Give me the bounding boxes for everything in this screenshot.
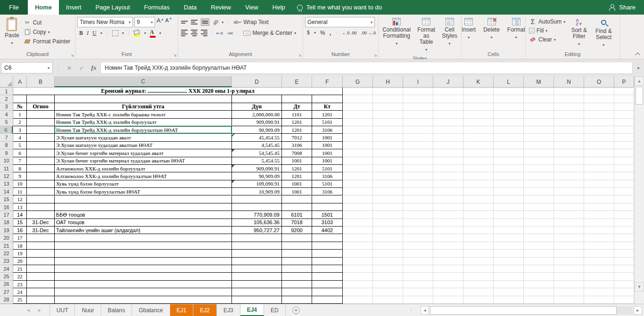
cell-L7[interactable] xyxy=(494,134,524,141)
cell-F16[interactable] xyxy=(312,203,343,211)
cell-J14[interactable] xyxy=(433,188,463,195)
clipboard-dialog-launcher[interactable]: ↘ xyxy=(70,53,74,57)
cell-J10[interactable] xyxy=(433,157,463,165)
cell-K17[interactable] xyxy=(463,211,494,219)
cell-H26[interactable] xyxy=(373,281,403,288)
cell-H25[interactable] xyxy=(373,273,403,280)
ribbon-tab-help[interactable]: Help xyxy=(265,0,292,15)
cell-O21[interactable] xyxy=(584,242,614,250)
cell-M2[interactable] xyxy=(524,95,554,103)
cell-M1[interactable] xyxy=(524,88,554,95)
sort-filter-button[interactable]: AZ▼ Sort & Filter ▾ xyxy=(567,16,591,49)
cell-O12[interactable] xyxy=(584,172,614,180)
top-align-button[interactable] xyxy=(181,20,188,24)
cell-H5[interactable] xyxy=(373,119,403,126)
font-dialog-launcher[interactable]: ↘ xyxy=(173,53,177,57)
ribbon-tab-review[interactable]: Review xyxy=(204,0,238,15)
font-color-dropdown-icon[interactable]: ▾ xyxy=(159,31,161,35)
cell-L3[interactable] xyxy=(494,103,524,111)
cell-B6[interactable] xyxy=(27,126,55,134)
table-header-date[interactable]: Огноо xyxy=(27,103,55,111)
cell-N19[interactable] xyxy=(554,227,584,234)
row-header-15[interactable]: 15 xyxy=(0,195,13,203)
cell-M22[interactable] xyxy=(524,250,554,257)
fill-button[interactable]: ↓Fill▾ xyxy=(528,26,567,35)
cell-N12[interactable] xyxy=(554,172,584,180)
cell-N7[interactable] xyxy=(554,134,584,141)
cell-A9[interactable]: 6 xyxy=(13,149,27,157)
cell-J18[interactable] xyxy=(433,219,463,227)
cell-C23[interactable] xyxy=(55,258,232,265)
cell-H18[interactable] xyxy=(373,219,403,227)
cell-J2[interactable] xyxy=(433,95,463,103)
cell-P28[interactable] xyxy=(614,296,634,304)
cell-P19[interactable] xyxy=(614,227,634,234)
cell-H7[interactable] xyxy=(373,134,403,141)
increase-font-button[interactable]: A▲ xyxy=(157,17,164,27)
cell-A17[interactable]: 14 xyxy=(13,211,27,219)
formula-bar-splitter[interactable]: ⋮ xyxy=(54,65,63,71)
cell-L14[interactable] xyxy=(494,188,524,195)
table-header-credit[interactable]: Кт xyxy=(312,103,343,111)
sheet-tab-ej2[interactable]: EJ2 xyxy=(193,304,217,316)
cell-M23[interactable] xyxy=(524,258,554,265)
cell-N28[interactable] xyxy=(554,296,584,304)
cell-D10[interactable]: 5,454.55 xyxy=(232,157,282,165)
column-header-B[interactable]: B xyxy=(27,76,55,87)
cell-G21[interactable] xyxy=(343,242,373,250)
increase-decimal-button[interactable]: ←.0 .00 xyxy=(342,31,357,35)
cell-F28[interactable] xyxy=(312,296,343,304)
cell-H21[interactable] xyxy=(373,242,403,250)
row-header-20[interactable]: 20 xyxy=(0,234,13,242)
column-header-I[interactable]: I xyxy=(403,76,433,87)
cell-F23[interactable] xyxy=(312,258,343,265)
cell-K18[interactable] xyxy=(463,219,494,227)
cell-A23[interactable]: 20 xyxy=(13,258,27,265)
format-cells-button[interactable]: Format ▾ xyxy=(504,16,528,42)
column-header-F[interactable]: F xyxy=(312,76,343,87)
cell-K2[interactable] xyxy=(463,95,494,103)
cell-O8[interactable] xyxy=(584,142,614,149)
cell-G1[interactable] xyxy=(343,88,373,95)
cell-G24[interactable] xyxy=(343,265,373,273)
merge-center-dropdown-icon[interactable]: ▾ xyxy=(294,31,296,35)
column-header-K[interactable]: K xyxy=(463,76,494,87)
alignment-dialog-launcher[interactable]: ↘ xyxy=(298,53,302,57)
cell-N18[interactable] xyxy=(554,219,584,227)
cell-F13[interactable]: 5101 xyxy=(312,180,343,188)
cell-G17[interactable] xyxy=(343,211,373,219)
align-left-button[interactable] xyxy=(181,29,188,37)
cell-N15[interactable] xyxy=(554,196,584,203)
cell-G16[interactable] xyxy=(343,203,373,211)
cell-N13[interactable] xyxy=(554,180,584,188)
align-right-button[interactable] xyxy=(201,29,207,37)
cell-N8[interactable] xyxy=(554,142,584,149)
merge-center-button[interactable]: ↔Merge & Center▾ xyxy=(242,29,297,37)
cell-O1[interactable] xyxy=(584,88,614,95)
cell-C2[interactable] xyxy=(55,95,232,103)
cell-I14[interactable] xyxy=(403,188,433,195)
row-header-16[interactable]: 16 xyxy=(0,203,13,211)
cell-L10[interactable] xyxy=(494,157,524,165)
cell-B16[interactable] xyxy=(27,203,55,211)
cell-N3[interactable] xyxy=(554,103,584,111)
cell-I18[interactable] xyxy=(403,219,433,227)
cell-L5[interactable] xyxy=(494,119,524,126)
cell-F2[interactable] xyxy=(312,95,343,103)
cell-M24[interactable] xyxy=(524,265,554,273)
paste-dropdown-icon[interactable]: ▾ xyxy=(11,40,13,46)
cell-G5[interactable] xyxy=(343,119,373,126)
cell-D20[interactable] xyxy=(232,234,282,242)
cell-E21[interactable] xyxy=(282,242,312,250)
cell-O4[interactable] xyxy=(584,111,614,118)
cell-D18[interactable]: 105,636.36 xyxy=(232,219,282,227)
table-header-num[interactable]: № xyxy=(13,103,27,111)
cell-H1[interactable] xyxy=(373,88,403,95)
cell-H14[interactable] xyxy=(373,188,403,195)
conditional-formatting-button[interactable]: Conditional Formatting ▾ xyxy=(380,16,413,49)
cell-E27[interactable] xyxy=(282,288,312,296)
fill-color-dropdown-icon[interactable]: ▾ xyxy=(144,31,146,35)
column-header-L[interactable]: L xyxy=(494,76,524,87)
cell-F9[interactable]: 1001 xyxy=(312,149,343,157)
row-header-26[interactable]: 26 xyxy=(0,281,13,288)
